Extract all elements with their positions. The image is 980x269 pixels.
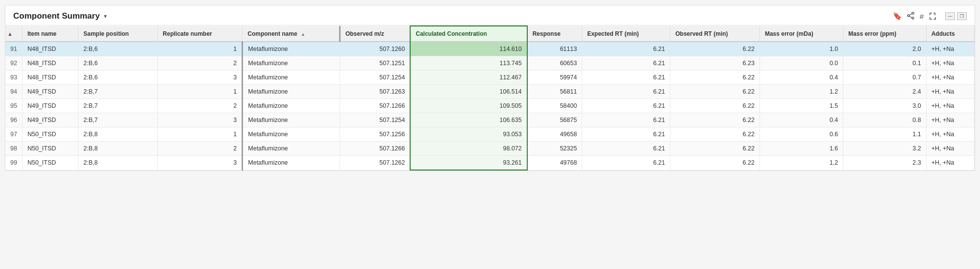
row-number-cell: 95 — [5, 99, 22, 113]
mass-error-ppm-cell: 0.8 — [843, 113, 926, 127]
observed-rt-cell: 6.22 — [670, 127, 760, 142]
col-observed-mz[interactable]: Observed m/z — [340, 26, 410, 42]
mass-error-ppm-cell: 0.7 — [843, 71, 926, 85]
col-mass-error-ppm[interactable]: Mass error (ppm) — [843, 26, 926, 42]
observed-rt-cell: 6.23 — [670, 56, 760, 71]
dropdown-arrow[interactable]: ▾ — [104, 13, 107, 20]
share-icon[interactable] — [907, 12, 915, 21]
col-item-name[interactable]: Item name — [22, 26, 78, 42]
mass-error-mda-cell: 0.0 — [760, 56, 843, 71]
calculated-concentration-cell: 93.053 — [410, 127, 527, 142]
replicate-number-cell: 3 — [158, 113, 243, 127]
calculated-concentration-cell: 113.745 — [410, 56, 527, 71]
response-cell: 59974 — [527, 71, 582, 85]
col-calculated-concentration[interactable]: Calculated Concentration — [410, 26, 527, 42]
hash-icon[interactable]: # — [920, 12, 924, 21]
col-replicate-number[interactable]: Replicate number — [158, 26, 243, 42]
observed-mz-cell: 507.1262 — [340, 156, 410, 171]
table-row: 98N50_ITSD2:B,82Metaflumizone507.126698.… — [5, 142, 975, 156]
replicate-number-cell: 2 — [158, 99, 243, 113]
col-observed-rt[interactable]: Observed RT (min) — [670, 26, 760, 42]
col-mass-error-mda[interactable]: Mass error (mDa) — [760, 26, 843, 42]
component-name-cell: Metaflumizone — [243, 113, 340, 127]
replicate-number-cell: 1 — [158, 85, 243, 99]
row-number-cell: 94 — [5, 85, 22, 99]
col-replicate-number-label: Replicate number — [163, 30, 212, 37]
observed-rt-cell: 6.22 — [670, 85, 760, 99]
component-name-cell: Metaflumizone — [243, 99, 340, 113]
mass-error-mda-cell: 1.2 — [760, 85, 843, 99]
col-response-label: Response — [533, 30, 561, 37]
bookmark-icon[interactable]: 🔖 — [893, 12, 902, 21]
component-name-cell: Metaflumizone — [243, 127, 340, 142]
col-observed-rt-label: Observed RT (min) — [675, 30, 728, 37]
calculated-concentration-cell: 106.635 — [410, 113, 527, 127]
mass-error-mda-cell: 0.6 — [760, 127, 843, 142]
observed-rt-cell: 6.22 — [670, 42, 760, 56]
mass-error-mda-cell: 1.6 — [760, 142, 843, 156]
sample-position-cell: 2:B,7 — [78, 99, 158, 113]
col-expected-rt[interactable]: Expected RT (min) — [582, 26, 670, 42]
sample-position-cell: 2:B,7 — [78, 113, 158, 127]
mass-error-ppm-cell: 3.0 — [843, 99, 926, 113]
svg-line-4 — [909, 16, 911, 17]
adducts-cell: +H, +Na — [926, 71, 974, 85]
response-cell: 58400 — [527, 99, 582, 113]
replicate-number-cell: 1 — [158, 42, 243, 56]
col-observed-mz-label: Observed m/z — [345, 30, 384, 37]
col-sample-position-label: Sample position — [83, 30, 129, 37]
col-component-name[interactable]: Component name ▲ — [243, 26, 340, 42]
adducts-cell: +H, +Na — [926, 99, 974, 113]
item-name-cell: N49_ITSD — [22, 99, 78, 113]
table-row: 95N49_ITSD2:B,72Metaflumizone507.1266109… — [5, 99, 975, 113]
observed-rt-cell: 6.22 — [670, 156, 760, 171]
table-row: 93N48_ITSD2:B,63Metaflumizone507.1254112… — [5, 71, 975, 85]
svg-point-0 — [912, 12, 914, 14]
expected-rt-cell: 6.21 — [582, 142, 670, 156]
minimize-button[interactable]: — — [945, 12, 955, 20]
data-table-wrapper[interactable]: ▲ Item name Sample position Replicate nu… — [5, 25, 975, 171]
observed-rt-cell: 6.22 — [670, 71, 760, 85]
component-name-cell: Metaflumizone — [243, 156, 340, 171]
response-cell: 61113 — [527, 42, 582, 56]
table-header-row: ▲ Item name Sample position Replicate nu… — [5, 26, 975, 42]
component-name-cell: Metaflumizone — [243, 142, 340, 156]
component-name-cell: Metaflumizone — [243, 71, 340, 85]
mass-error-mda-cell: 0.4 — [760, 113, 843, 127]
col-response[interactable]: Response — [527, 26, 582, 42]
restore-button[interactable]: ❐ — [957, 12, 967, 20]
svg-line-3 — [909, 14, 911, 15]
observed-mz-cell: 507.1263 — [340, 85, 410, 99]
calculated-concentration-cell: 112.467 — [410, 71, 527, 85]
item-name-cell: N50_ITSD — [22, 142, 78, 156]
calculated-concentration-cell: 109.505 — [410, 99, 527, 113]
expand-icon[interactable] — [929, 12, 936, 21]
observed-mz-cell: 507.1266 — [340, 142, 410, 156]
expected-rt-cell: 6.21 — [582, 156, 670, 171]
col-sort[interactable]: ▲ — [5, 26, 22, 42]
mass-error-ppm-cell: 2.4 — [843, 85, 926, 99]
adducts-cell: +H, +Na — [926, 113, 974, 127]
response-cell: 52325 — [527, 142, 582, 156]
adducts-cell: +H, +Na — [926, 85, 974, 99]
expected-rt-cell: 6.21 — [582, 56, 670, 71]
svg-point-2 — [907, 15, 909, 17]
observed-rt-cell: 6.22 — [670, 99, 760, 113]
mass-error-mda-cell: 1.5 — [760, 99, 843, 113]
expected-rt-cell: 6.21 — [582, 71, 670, 85]
col-sample-position[interactable]: Sample position — [78, 26, 158, 42]
replicate-number-cell: 2 — [158, 142, 243, 156]
item-name-cell: N50_ITSD — [22, 127, 78, 142]
panel-title: Component Summary — [13, 11, 100, 21]
mass-error-ppm-cell: 3.2 — [843, 142, 926, 156]
calculated-concentration-cell: 93.261 — [410, 156, 527, 171]
response-cell: 49658 — [527, 127, 582, 142]
col-item-name-label: Item name — [27, 30, 56, 37]
replicate-number-cell: 3 — [158, 156, 243, 171]
header-left: Component Summary ▾ — [13, 11, 107, 21]
sample-position-cell: 2:B,6 — [78, 56, 158, 71]
calculated-concentration-cell: 98.072 — [410, 142, 527, 156]
response-cell: 56811 — [527, 85, 582, 99]
col-adducts[interactable]: Adducts — [926, 26, 974, 42]
mass-error-ppm-cell: 1.1 — [843, 127, 926, 142]
